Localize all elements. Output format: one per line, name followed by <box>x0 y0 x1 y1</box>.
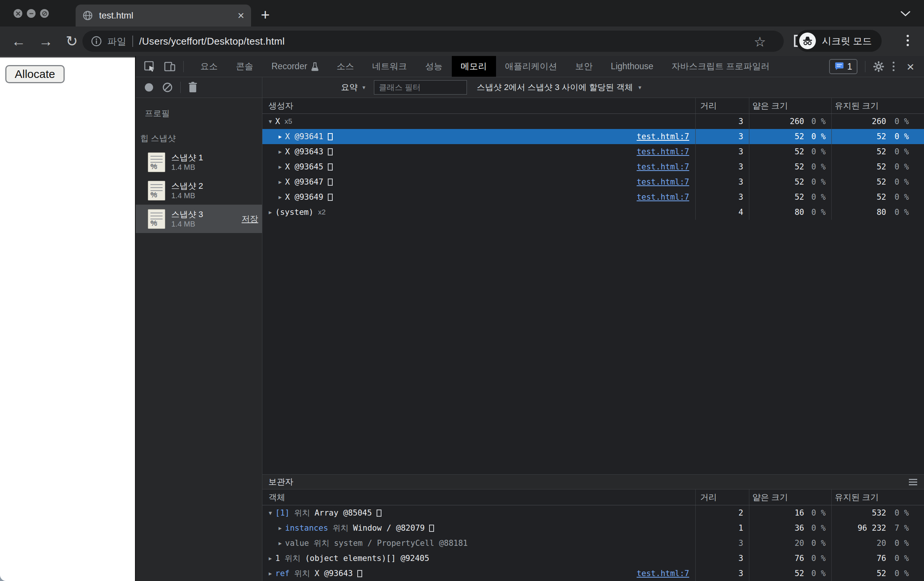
tree-collapsed-icon[interactable]: ▶ <box>266 570 275 576</box>
record-heap-icon[interactable] <box>145 83 153 91</box>
distance-cell: 3 <box>695 144 749 159</box>
perspective-select[interactable]: 요약 ▼ <box>341 82 366 93</box>
object-id-box-icon <box>328 133 333 140</box>
bookmark-star-icon[interactable]: ☆ <box>754 34 766 50</box>
tree-expanded-icon[interactable]: ▼ <box>266 510 275 516</box>
size-value: 52 <box>832 147 886 156</box>
tree-collapsed-icon[interactable]: ▶ <box>266 555 275 561</box>
snapshot-save-link[interactable]: 저장 <box>242 214 258 225</box>
source-link[interactable]: test.html:7 <box>637 177 689 187</box>
retainer-row[interactable]: ▼[1]위치Array @850452160 %5320 % <box>262 505 924 520</box>
browser-tab[interactable]: test.html × <box>76 5 251 26</box>
retainer-row[interactable]: ▶instances위치Window / @820791360 %96 2327… <box>262 520 924 536</box>
heap-table-row[interactable]: ▶(system)x24800 %800 % <box>262 205 924 220</box>
shallow-size-column-header[interactable]: 얕은 크기 <box>749 98 832 114</box>
heap-table-row[interactable]: ▶X @93647test.html:73520 %520 % <box>262 174 924 189</box>
settings-gear-icon[interactable] <box>873 61 884 72</box>
source-link[interactable]: test.html:7 <box>637 132 689 141</box>
snapshot-item[interactable]: %스냅샷 21.4 MB <box>136 176 262 205</box>
retainers-menu-icon[interactable] <box>909 479 917 485</box>
browser-menu-icon[interactable] <box>907 35 909 46</box>
devtools-tab-요소[interactable]: 요소 <box>191 56 227 77</box>
object-column-header[interactable]: 객체 <box>262 492 695 503</box>
devtools-tab-Recorder[interactable]: Recorder <box>262 56 328 77</box>
distance-column-header[interactable]: 거리 <box>695 98 749 114</box>
window-close-icon[interactable] <box>13 9 22 18</box>
constructor-column-header[interactable]: 생성자 <box>262 100 695 112</box>
new-tab-button[interactable]: + <box>261 8 269 21</box>
shallow-size-cell: 520 % <box>749 566 832 581</box>
heap-table-row[interactable]: ▶X @93649test.html:73520 %520 % <box>262 189 924 205</box>
reload-button[interactable]: ↻ <box>66 34 78 48</box>
devtools-tab-애플리케이션[interactable]: 애플리케이션 <box>496 56 566 77</box>
retainer-row[interactable]: ▶1위치(object elements)[] @924053760 %760 … <box>262 551 924 566</box>
size-value: 52 <box>832 132 886 141</box>
devtools-close-icon[interactable]: × <box>907 60 914 73</box>
baseline-select[interactable]: 스냅샷 2에서 스냅샷 3 사이에 할당된 객체 ▼ <box>477 82 642 93</box>
back-button[interactable]: ← <box>12 34 26 48</box>
devtools-tab-소스[interactable]: 소스 <box>328 56 363 77</box>
issues-badge[interactable]: 1 <box>829 59 858 74</box>
tree-collapsed-icon[interactable]: ▶ <box>266 209 275 215</box>
snapshot-item[interactable]: %스냅샷 31.4 MB저장 <box>136 205 262 233</box>
snapshot-item[interactable]: %스냅샷 11.4 MB <box>136 148 262 176</box>
devtools-tab-메모리[interactable]: 메모리 <box>452 56 496 77</box>
tree-expanded-icon[interactable]: ▼ <box>266 118 275 124</box>
source-link[interactable]: test.html:7 <box>637 162 689 171</box>
tab-close-icon[interactable]: × <box>238 10 244 21</box>
object-id-box-icon <box>328 179 333 186</box>
devtools-tab-성능[interactable]: 성능 <box>416 56 452 77</box>
shallow-size-column-header[interactable]: 얕은 크기 <box>749 490 832 505</box>
size-value: 52 <box>832 192 886 202</box>
tree-collapsed-icon[interactable]: ▶ <box>275 149 285 155</box>
instance-count: x5 <box>285 117 292 126</box>
distance-column-header[interactable]: 거리 <box>695 490 749 505</box>
info-icon[interactable] <box>91 36 102 47</box>
inspect-element-icon[interactable] <box>144 61 155 72</box>
tree-collapsed-icon[interactable]: ▶ <box>275 134 285 139</box>
devtools-tab-Lighthouse[interactable]: Lighthouse <box>602 56 663 77</box>
window-minimize-icon[interactable] <box>27 9 36 18</box>
object-id-box-icon <box>328 164 333 170</box>
delete-profile-icon[interactable] <box>188 82 197 93</box>
retainer-row[interactable]: ▶value위치system / PropertyCell @881813200… <box>262 536 924 551</box>
devtools-tab-자바스크립트 프로파일러[interactable]: 자바스크립트 프로파일러 <box>662 56 779 77</box>
device-toolbar-icon[interactable] <box>164 61 176 73</box>
distance-cell: 3 <box>695 536 749 551</box>
source-link[interactable]: test.html:7 <box>637 569 689 578</box>
retainer-row[interactable]: ▶ref위치X @93643test.html:73520 %520 % <box>262 566 924 581</box>
class-filter-input[interactable] <box>374 80 467 94</box>
tree-collapsed-icon[interactable]: ▶ <box>275 525 285 531</box>
incognito-badge[interactable]: 시크릿 모드 <box>796 30 882 52</box>
snapshot-meta: 스냅샷 31.4 MB <box>171 210 203 228</box>
devtools-menu-icon[interactable] <box>893 62 894 71</box>
retained-size-column-header[interactable]: 유지된 크기 <box>832 490 924 505</box>
retainer-object-cell: ▶value위치system / PropertyCell @88181 <box>262 536 695 551</box>
devtools-tab-네트워크[interactable]: 네트워크 <box>363 56 416 77</box>
source-link[interactable]: test.html:7 <box>637 192 689 202</box>
retained-size-cell: 800 % <box>832 205 924 220</box>
allocate-button[interactable]: Allocate <box>5 65 64 83</box>
heap-table-row[interactable]: ▶X @93643test.html:73520 %520 % <box>262 144 924 159</box>
devtools-tab-보안[interactable]: 보안 <box>566 56 602 77</box>
retained-size-cell: 520 % <box>832 144 924 159</box>
retainers-grid: ▼[1]위치Array @850452160 %5320 %▶instances… <box>262 505 924 581</box>
tree-collapsed-icon[interactable]: ▶ <box>275 194 285 200</box>
forward-button[interactable]: → <box>38 34 53 48</box>
tree-collapsed-icon[interactable]: ▶ <box>275 540 285 546</box>
tab-search-chevron-icon[interactable] <box>901 11 911 17</box>
window-zoom-icon[interactable] <box>40 9 49 18</box>
devtools-tab-label: Lighthouse <box>611 61 654 71</box>
heap-table-row[interactable]: ▼Xx532600 %2600 % <box>262 114 924 129</box>
tree-collapsed-icon[interactable]: ▶ <box>275 179 285 185</box>
retained-size-column-header[interactable]: 유지된 크기 <box>832 98 924 114</box>
address-bar[interactable]: 파일 /Users/yceffort/Desktop/test.html <box>82 31 784 52</box>
tree-collapsed-icon[interactable]: ▶ <box>275 164 285 170</box>
heap-table-row[interactable]: ▶X @93641test.html:73520 %520 % <box>262 129 924 144</box>
retainer-part: X @93643 <box>315 569 353 578</box>
heap-table-row[interactable]: ▶X @93645test.html:73520 %520 % <box>262 159 924 174</box>
source-link[interactable]: test.html:7 <box>637 147 689 156</box>
devtools-tab-콘솔[interactable]: 콘솔 <box>227 56 262 77</box>
clear-profiles-icon[interactable] <box>162 82 173 93</box>
retainer-part: ref <box>275 569 290 578</box>
